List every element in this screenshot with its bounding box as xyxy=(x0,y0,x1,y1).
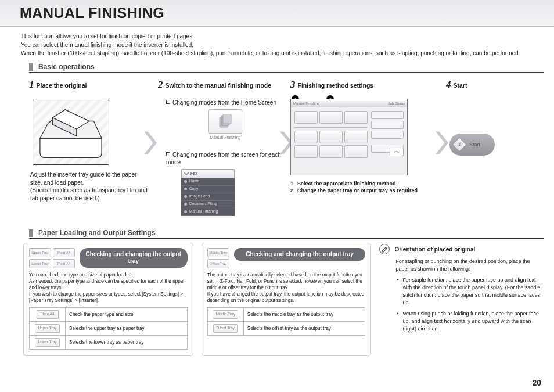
step-number: 2 xyxy=(158,79,163,90)
note-number: 1 xyxy=(290,180,295,187)
table-text: Selects the lower tray as paper tray xyxy=(66,335,188,349)
step-3: 3Finishing method settings 1 2 Manual Fi… xyxy=(290,79,447,194)
output-tray-card-2: Middle Tray Offset Tray Checking and cha… xyxy=(202,243,372,356)
job-status-label: Job Status xyxy=(388,102,405,105)
inserter-illustration xyxy=(33,100,109,165)
table-icon: Plain A4 xyxy=(37,310,59,319)
plain-a4-button: Plain A4 xyxy=(53,259,75,268)
home-screen-icon: Manual Finishing xyxy=(208,109,242,149)
mode-item: Manual Finishing xyxy=(189,209,218,214)
step2-bullet: Changing modes from the screen for each … xyxy=(166,152,281,166)
tray-buttons-preview: Middle Tray Offset Tray xyxy=(207,248,229,268)
plain-a4-button: Plain A4 xyxy=(53,248,75,257)
page-title: MANUAL FINISHING xyxy=(20,5,164,21)
step-number: 3 xyxy=(290,79,296,90)
step3-note: Select the appropriate finishing method xyxy=(297,180,396,187)
orientation-notes: Orientation of placed original For stapl… xyxy=(379,243,544,356)
svg-rect-5 xyxy=(223,114,231,124)
start-diamond-icon: ① xyxy=(452,137,466,152)
table-icon: Offset Tray xyxy=(213,324,238,333)
upper-tray-button: Upper Tray xyxy=(29,248,51,257)
intro-line: When the finisher (100-sheet stapling), … xyxy=(21,49,540,58)
card-text: You can check the type and size of paper… xyxy=(29,272,188,278)
step-2: 2Switch to the manual finishing mode Cha… xyxy=(158,79,285,216)
table-icon: Lower Tray xyxy=(35,338,59,347)
note-number: 2 xyxy=(290,187,295,194)
orientation-title: Orientation of placed original xyxy=(394,246,475,253)
table-text: Selects the upper tray as paper tray xyxy=(66,322,188,336)
step1-note: Adjust the inserter tray guide to the pa… xyxy=(30,171,148,186)
tray-table: Plain A4Check the paper type and size Up… xyxy=(29,307,188,349)
card-text: If you wish to change the paper sizes or… xyxy=(29,291,188,304)
card-title-pill: Checking and changing the output tray xyxy=(234,248,366,261)
home-icon-label: Manual Finishing xyxy=(208,135,242,140)
step-1: 1Place the original Adjust the inserter … xyxy=(29,79,150,202)
page-number: 20 xyxy=(532,378,541,387)
steps-row: 1Place the original Adjust the inserter … xyxy=(29,79,544,222)
square-bullet-icon xyxy=(166,100,170,104)
mode-top-label: Fax xyxy=(190,171,197,176)
mode-item: Copy xyxy=(189,186,198,192)
orientation-bullet: For staple function, place the paper fac… xyxy=(395,276,544,307)
offset-tray-button: Offset Tray xyxy=(207,259,229,268)
step3-notes: 1Select the appropriate finishing method… xyxy=(290,180,447,194)
middle-tray-button: Middle Tray xyxy=(207,248,229,257)
step3-note: Change the paper tray or output tray as … xyxy=(297,187,418,194)
card-title-pill: Checking and changing the output tray xyxy=(80,248,188,268)
step-number: 4 xyxy=(446,79,451,90)
table-text: Check the paper type and size xyxy=(66,308,188,322)
card-text: If you have changed the output tray, the… xyxy=(207,291,366,304)
lower-tray-button: Lower Tray xyxy=(29,259,51,268)
orientation-bullet: When using punch or folding function, pl… xyxy=(395,310,544,333)
section-basic-operations: Basic operations xyxy=(29,63,544,73)
start-label: Start xyxy=(469,142,480,148)
table-icon: Upper Tray xyxy=(35,324,59,333)
pencil-circle-icon xyxy=(379,244,390,254)
intro-text: This function allows you to set for fini… xyxy=(21,33,540,58)
ca-button: CA xyxy=(390,148,404,156)
intro-line: This function allows you to set for fini… xyxy=(21,33,540,41)
touch-panel-preview: Manual FinishingJob Status CA xyxy=(290,99,408,175)
mode-dropdown: Fax Home Copy Image Send Document Filing… xyxy=(181,169,235,216)
step-title: Place the original xyxy=(37,82,87,89)
panel-title: Manual Finishing xyxy=(293,102,319,105)
start-button[interactable]: ① Start xyxy=(449,134,495,156)
step1-note: (Special media such as transparency film… xyxy=(30,186,148,202)
output-tray-card-1: Upper Tray Plain A4 Lower Tray Plain A4 … xyxy=(23,243,193,356)
mode-item: Home xyxy=(189,179,199,184)
table-icon: Middle Tray xyxy=(213,310,238,319)
card-text: As needed, the paper type and size can b… xyxy=(29,278,188,291)
step-title: Start xyxy=(454,82,467,89)
tray-table: Middle TraySelects the middle tray as th… xyxy=(207,307,366,336)
tray-buttons-preview: Upper Tray Plain A4 Lower Tray Plain A4 xyxy=(29,248,75,268)
orientation-lead: For stapling or punching on the desired … xyxy=(395,258,544,273)
table-text: Selects the middle tray as the output tr… xyxy=(243,308,365,322)
mode-item: Document Filing xyxy=(189,202,217,207)
step-4: 4Start ① Start xyxy=(446,79,545,156)
intro-line: You can select the manual finishing mode… xyxy=(21,41,540,50)
card-text: The output tray is automatically selecte… xyxy=(207,272,366,291)
step-title: Finishing method settings xyxy=(298,82,374,89)
step-title: Switch to the manual finishing mode xyxy=(166,82,272,89)
svg-marker-6 xyxy=(184,172,189,175)
table-text: Selects the offset tray as the output tr… xyxy=(243,322,365,336)
mode-item: Image Send xyxy=(189,194,210,199)
section-paper-loading: Paper Loading and Output Settings xyxy=(29,229,544,239)
square-bullet-icon xyxy=(166,152,170,156)
step2-bullet: Changing modes from the Home Screen xyxy=(172,99,276,106)
step-number: 1 xyxy=(29,79,34,90)
